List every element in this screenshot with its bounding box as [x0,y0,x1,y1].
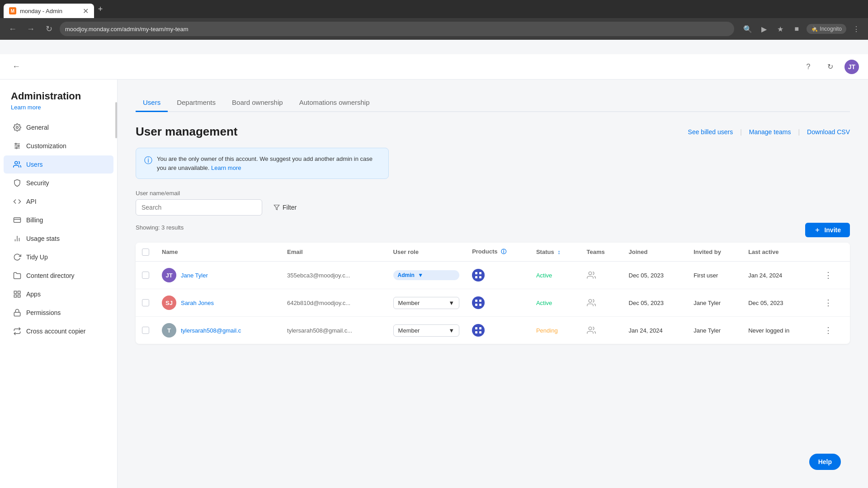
address-text: moodjoy.monday.com/admin/my-team/my-team [65,26,189,33]
menu-button[interactable]: ⋮ [850,23,863,35]
new-tab-button[interactable]: + [94,3,107,15]
address-bar[interactable]: moodjoy.monday.com/admin/my-team/my-team [60,22,734,36]
media-button[interactable]: ▶ [758,23,770,35]
back-button[interactable]: ← [5,22,20,36]
reload-button[interactable]: ↻ [42,22,56,36]
bookmark-button[interactable]: ★ [774,23,787,35]
tab-title: monday - Admin [20,8,62,14]
forward-button[interactable]: → [24,22,38,36]
extension-button[interactable]: ■ [790,23,803,35]
search-browser-button[interactable]: 🔍 [741,23,754,35]
tab-close-button[interactable]: ✕ [83,7,89,15]
tab-favicon: M [9,7,16,14]
incognito-badge: 🕵 Incognito [807,24,846,34]
browser-tab[interactable]: M monday - Admin ✕ [4,4,94,18]
